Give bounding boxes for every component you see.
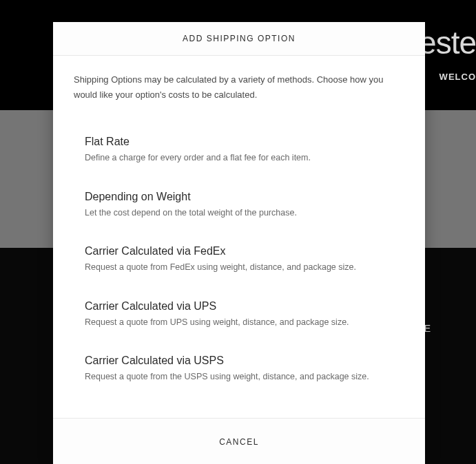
option-title: Depending on Weight	[85, 191, 404, 203]
option-carrier-fedex[interactable]: Carrier Calculated via FedEx Request a q…	[85, 233, 404, 288]
option-desc: Define a charge for every order and a fl…	[85, 152, 404, 165]
option-desc: Let the cost depend on the total weight …	[85, 207, 404, 220]
option-desc: Request a quote from FedEx using weight,…	[85, 262, 404, 274]
option-desc: Request a quote from the USPS using weig…	[85, 371, 404, 383]
option-carrier-usps[interactable]: Carrier Calculated via USPS Request a qu…	[85, 342, 404, 397]
option-carrier-ups[interactable]: Carrier Calculated via UPS Request a quo…	[85, 288, 404, 343]
option-depending-on-weight[interactable]: Depending on Weight Let the cost depend …	[85, 178, 404, 233]
option-title: Carrier Calculated via USPS	[85, 355, 404, 367]
cancel-button[interactable]: CANCEL	[219, 437, 259, 447]
modal-body: Shipping Options may be calculated by a …	[53, 56, 425, 418]
modal-intro-text: Shipping Options may be calculated by a …	[74, 72, 404, 103]
option-title: Carrier Calculated via FedEx	[85, 245, 404, 257]
option-flat-rate[interactable]: Flat Rate Define a charge for every orde…	[85, 123, 404, 178]
option-title: Carrier Calculated via UPS	[85, 300, 404, 313]
shipping-options-list: Flat Rate Define a charge for every orde…	[74, 123, 404, 397]
modal-title: ADD SHIPPING OPTION	[67, 34, 411, 43]
option-title: Flat Rate	[85, 136, 404, 148]
modal-header: ADD SHIPPING OPTION	[53, 22, 425, 56]
add-shipping-option-modal: ADD SHIPPING OPTION Shipping Options may…	[53, 22, 425, 464]
option-desc: Request a quote from UPS using weight, d…	[85, 317, 404, 329]
modal-footer: CANCEL	[53, 418, 425, 464]
